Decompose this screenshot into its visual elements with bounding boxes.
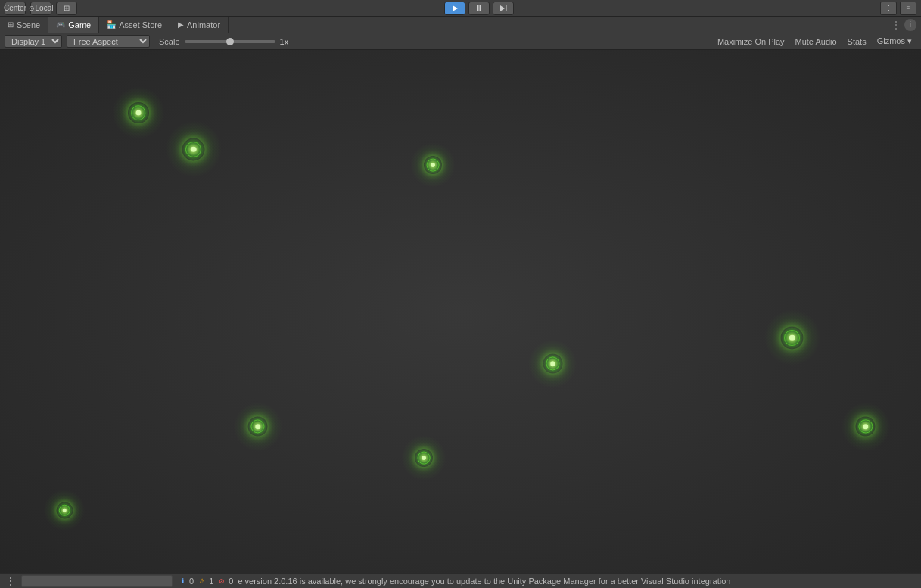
asset-store-tab-label: Asset Store <box>119 20 162 30</box>
orb-mid-ring <box>781 326 804 349</box>
step-button[interactable] <box>493 2 514 15</box>
orb-mid-ring <box>424 156 442 174</box>
animator-tab-label: Animator <box>187 20 220 30</box>
pause-button[interactable] <box>468 2 490 15</box>
orb-mid-ring <box>182 138 205 160</box>
orb-ring <box>546 357 559 371</box>
error-count: 0 <box>229 577 233 586</box>
pause-icon <box>475 5 483 12</box>
asset-store-tab-icon: 🏪 <box>107 20 116 29</box>
game-tab-icon: 🎮 <box>56 20 65 29</box>
scale-label: Scale <box>159 37 180 46</box>
tab-asset-store[interactable]: 🏪 Asset Store <box>99 17 170 33</box>
orb-ring <box>784 330 800 346</box>
tab-bar-right: ⋮ i <box>891 17 921 33</box>
error-badge-icon: ⊘ <box>216 576 227 586</box>
options-bar: Display 1 Free Aspect Scale 1x Maximize … <box>0 33 921 50</box>
orb-mid-ring <box>856 417 876 437</box>
info-badge-icon: ℹ <box>177 576 188 586</box>
warn-badge-icon: ⚠ <box>197 576 207 586</box>
orb-5 <box>528 339 577 388</box>
tab-more-icon[interactable]: ⋮ <box>891 19 901 31</box>
more-button[interactable]: ⋮ <box>880 2 897 15</box>
center-button[interactable]: Center <box>5 2 26 15</box>
orb-mid-ring <box>56 502 73 518</box>
warn-count: 1 <box>209 577 213 586</box>
animator-tab-icon: ▶ <box>178 20 184 29</box>
tab-bar: ⊞ Scene 🎮 Game 🏪 Asset Store ▶ Animator … <box>0 17 921 33</box>
status-right: ℹ 0 ⚠ 1 ⊘ 0 <box>177 576 233 586</box>
layers-icon: ≡ <box>907 5 910 11</box>
orb-1 <box>112 86 165 139</box>
info-badge: ℹ 0 <box>177 576 194 586</box>
grid-icon: ⊞ <box>64 4 70 12</box>
scene-tab-label: Scene <box>17 20 40 30</box>
orb-ring <box>131 105 146 120</box>
info-circle-icon[interactable]: i <box>904 19 916 31</box>
scale-value: 1x <box>280 37 289 46</box>
orb-3 <box>410 142 456 188</box>
orb-ring <box>185 142 201 157</box>
svg-rect-1 <box>477 5 479 11</box>
status-text: e version 2.0.16 is available, we strong… <box>238 577 916 586</box>
svg-marker-3 <box>500 5 505 11</box>
orb-ring <box>417 452 430 465</box>
toolbar-center <box>444 2 514 15</box>
maximize-on-play-button[interactable]: Maximize On Play <box>713 36 789 48</box>
tab-scene[interactable]: ⊞ Scene <box>0 17 48 33</box>
orb-8 <box>841 402 890 451</box>
tab-game[interactable]: 🎮 Game <box>48 17 99 33</box>
orb-2 <box>165 121 222 178</box>
status-menu-icon[interactable]: ⋮ <box>5 575 17 587</box>
toolbar-right: ⋮ ≡ <box>880 2 916 15</box>
local-icon: ⊙ <box>29 5 35 12</box>
orb-7 <box>401 435 446 481</box>
main-content: ⊞ Scene 🎮 Game 🏪 Asset Store ▶ Animator … <box>0 17 921 588</box>
warn-badge: ⚠ 1 <box>197 576 213 586</box>
orb-ring <box>251 419 265 433</box>
orb-mid-ring <box>128 102 149 123</box>
orb-ring <box>859 419 873 433</box>
orb-mid-ring <box>248 417 268 437</box>
error-badge: ⊘ 0 <box>216 576 233 586</box>
orb-mid-ring <box>543 354 562 374</box>
local-button[interactable]: ⊙ Local <box>30 2 51 15</box>
mute-audio-button[interactable]: Mute Audio <box>791 36 842 48</box>
info-count: 0 <box>189 577 194 586</box>
scale-slider[interactable] <box>185 40 275 43</box>
orb-4 <box>764 310 820 366</box>
orb-mid-ring <box>415 449 433 467</box>
search-input[interactable] <box>21 575 173 587</box>
grid-button[interactable]: ⊞ <box>56 2 77 15</box>
top-toolbar: Center ⊙ Local ⊞ ⋮ ≡ <box>0 0 921 17</box>
orb-9 <box>44 490 86 531</box>
display-select[interactable]: Display 1 <box>5 35 62 48</box>
more-icon: ⋮ <box>885 5 892 12</box>
gizmos-chevron-icon: ▾ <box>907 36 912 45</box>
center-label: Center <box>4 4 26 12</box>
gizmos-button[interactable]: Gizmos ▾ <box>873 35 916 48</box>
tab-animator[interactable]: ▶ Animator <box>170 17 229 33</box>
local-label: Local <box>36 4 54 12</box>
orb-ring <box>427 159 440 172</box>
viewport <box>0 50 921 573</box>
aspect-select[interactable]: Free Aspect <box>67 35 150 48</box>
svg-marker-0 <box>453 5 458 11</box>
orb-6 <box>233 402 282 451</box>
scene-tab-icon: ⊞ <box>8 20 14 29</box>
toolbar-left: Center ⊙ Local ⊞ <box>5 2 77 15</box>
stats-button[interactable]: Stats <box>843 36 871 48</box>
svg-rect-4 <box>506 5 507 11</box>
gizmos-label: Gizmos <box>877 36 905 45</box>
svg-rect-2 <box>479 5 481 11</box>
options-right: Maximize On Play Mute Audio Stats Gizmos… <box>713 35 916 48</box>
layers-button[interactable]: ≡ <box>900 2 916 15</box>
status-bar: ⋮ ℹ 0 ⚠ 1 ⊘ 0 e version 2.0.16 is availa… <box>0 573 921 588</box>
play-button[interactable] <box>444 2 465 15</box>
play-icon <box>451 5 459 12</box>
orb-ring <box>58 504 70 515</box>
viewport-inner <box>0 50 921 573</box>
step-icon <box>499 5 507 12</box>
game-tab-label: Game <box>68 20 91 30</box>
